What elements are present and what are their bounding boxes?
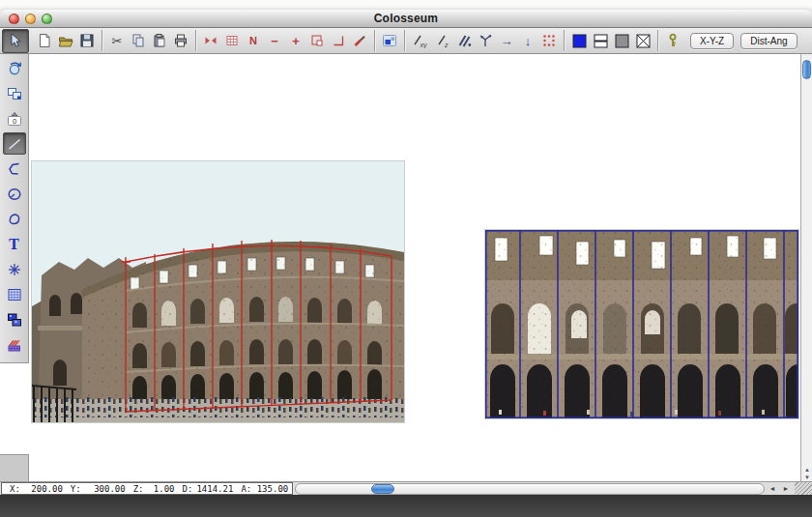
ellipse-tool[interactable] <box>3 183 26 205</box>
arrow-right-button[interactable]: → <box>496 30 517 52</box>
grid-table-tool[interactable] <box>3 283 26 305</box>
mesh-surface-tool[interactable] <box>3 333 26 356</box>
axes-icon <box>478 33 493 48</box>
screen: Colosseum <box>0 0 812 517</box>
arrow-down-icon: ↓ <box>525 35 532 47</box>
grid-table-icon <box>7 287 22 302</box>
open-curve-icon <box>7 161 22 177</box>
xyz-button[interactable]: X-Y-Z <box>690 33 734 49</box>
z-label: Z: <box>133 484 144 494</box>
n-mode-button[interactable]: N <box>243 30 264 52</box>
window-title: Colosseum <box>0 12 812 25</box>
blue-square-button[interactable] <box>568 30 590 52</box>
copy-button[interactable] <box>128 30 149 52</box>
image-pair-tool[interactable] <box>3 308 26 330</box>
brush-button[interactable] <box>349 30 370 52</box>
help-key-button[interactable] <box>662 30 683 52</box>
axes-button[interactable] <box>475 30 496 52</box>
brush-icon <box>352 33 367 48</box>
line-tool[interactable] <box>3 132 26 155</box>
drawing-canvas[interactable] <box>29 54 800 481</box>
tool-sidebar: 0 <box>0 54 29 363</box>
toolbar-divider <box>195 30 196 51</box>
desktop-bottom-strip <box>0 495 812 517</box>
title-bar[interactable]: Colosseum <box>0 10 812 28</box>
slash-xy-button[interactable]: xy <box>409 30 432 52</box>
resize-grip[interactable] <box>795 482 812 496</box>
horizontal-scrollbar[interactable] <box>295 483 765 495</box>
parallel-lines-button[interactable] <box>453 30 475 52</box>
closed-curve-tool[interactable] <box>3 208 26 230</box>
status-bar: X: 200.00 Y: 300.00 Z: 1.00 D: 1414.21 A… <box>0 481 812 495</box>
mirror-button[interactable] <box>200 30 221 52</box>
print-button[interactable] <box>170 30 191 52</box>
vertical-scroll-thumb[interactable] <box>802 60 811 79</box>
ellipse-icon <box>7 187 22 202</box>
a-value: 135.00 <box>251 484 288 494</box>
svg-text:z: z <box>444 42 449 48</box>
key-icon <box>665 33 681 48</box>
a-label: A: <box>241 484 251 494</box>
image-window-icon <box>382 33 397 48</box>
cross-square-button[interactable] <box>632 30 653 52</box>
scroll-down-arrow[interactable]: ▼ <box>801 474 812 481</box>
horizontal-scroll-thumb[interactable] <box>371 484 394 494</box>
scroll-corner-box <box>0 454 29 481</box>
dot-grid-button[interactable] <box>538 30 560 52</box>
image-pair-icon <box>7 312 22 328</box>
dist-ang-button[interactable]: Dist-Ang <box>740 33 797 49</box>
text-tool[interactable]: T <box>3 233 26 255</box>
layer-stepper-icon: 0 <box>6 111 23 127</box>
vertical-scrollbar[interactable]: ▲ ▼ <box>800 54 812 481</box>
svg-text:xy: xy <box>420 42 428 49</box>
paste-button[interactable] <box>149 30 170 52</box>
gray-square-button[interactable] <box>611 30 632 52</box>
cut-button[interactable]: ✂ <box>106 30 128 52</box>
colosseum-photo-annotated[interactable] <box>32 161 404 422</box>
x-value: 200.00 <box>20 484 63 494</box>
calibration-grid-button[interactable] <box>221 30 243 52</box>
svg-text:0: 0 <box>12 116 15 125</box>
scroll-left-arrow[interactable]: ◄ <box>766 483 779 495</box>
open-curve-tool[interactable] <box>3 158 26 180</box>
open-file-button[interactable] <box>55 30 76 52</box>
arrow-down-button[interactable]: ↓ <box>517 30 538 52</box>
scroll-right-arrow[interactable]: ► <box>779 483 793 495</box>
slash-z-button[interactable]: z <box>432 30 453 52</box>
grid-icon <box>224 33 240 48</box>
toolbar-divider <box>374 30 375 51</box>
minus-button[interactable]: − <box>264 30 285 52</box>
dist-ang-button-label: Dist-Ang <box>750 36 787 46</box>
xyz-button-label: X-Y-Z <box>700 36 724 46</box>
minus-icon: − <box>271 35 278 47</box>
scissors-icon: ✂ <box>112 35 123 47</box>
horizontal-scroll-arrows: ◄ ► <box>766 483 793 495</box>
new-file-button[interactable] <box>34 30 55 52</box>
star-tool[interactable] <box>3 258 26 280</box>
app-window: Colosseum <box>0 10 812 495</box>
zoom-rotate-tool[interactable] <box>3 57 26 79</box>
plus-button[interactable]: + <box>285 30 306 52</box>
desktop-top-strip <box>0 0 812 10</box>
select-tool-button[interactable] <box>2 29 29 53</box>
save-file-button[interactable] <box>76 30 98 52</box>
n-icon: N <box>249 36 257 46</box>
plus-icon: + <box>292 35 300 47</box>
duplicate-view-tool[interactable] <box>3 82 26 104</box>
toolbar-divider <box>102 30 102 51</box>
zoom-rotate-icon <box>7 61 22 76</box>
split-square-button[interactable] <box>590 30 611 52</box>
coordinate-readout: X: 200.00 Y: 300.00 Z: 1.00 D: 1414.21 A… <box>1 482 293 495</box>
slash-xy-icon: xy <box>412 33 429 48</box>
z-value: 1.00 <box>144 484 175 494</box>
y-value: 300.00 <box>81 484 126 494</box>
slash-z-icon: z <box>435 33 450 48</box>
toolbar: ✂ <box>0 28 812 54</box>
corner-square-button[interactable] <box>306 30 328 52</box>
image-window-button[interactable] <box>379 30 400 52</box>
layer-stepper[interactable]: 0 <box>3 107 26 129</box>
colosseum-rectified-detail[interactable] <box>485 230 798 418</box>
scroll-up-arrow[interactable]: ▲ <box>801 466 812 474</box>
cross-square-icon <box>635 33 652 49</box>
perpendicular-button[interactable] <box>328 30 349 52</box>
